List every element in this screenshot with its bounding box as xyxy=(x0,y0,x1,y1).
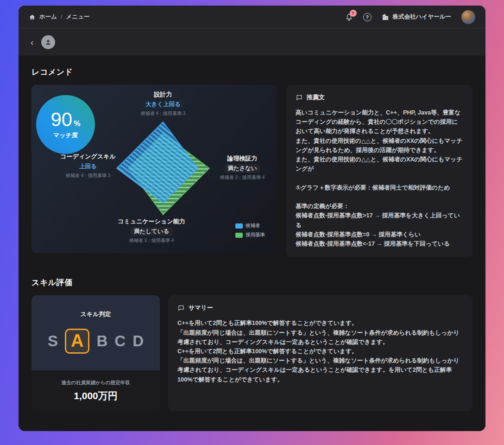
company-name: 株式会社ハイヤールー xyxy=(393,13,451,21)
grade-scale: SABCD xyxy=(48,329,144,354)
candidate-subheader: ‹ xyxy=(19,29,485,56)
candidate-avatar[interactable] xyxy=(41,35,55,49)
top-navbar: ホーム / メニュー 8 ? 株式会社ハイヤールー xyxy=(19,6,485,29)
breadcrumb-current: メニュー xyxy=(66,13,90,21)
desktop-background: ホーム / メニュー 8 ? 株式会社ハイヤールー xyxy=(0,0,504,445)
recommendation-title: 推薦文 xyxy=(307,93,325,102)
summary-title: サマリー xyxy=(189,304,213,312)
match-radar-card: 90 % マッチ度 xyxy=(32,85,277,253)
radar-chart xyxy=(107,116,219,223)
skill-judgement-card: スキル判定 SABCD 過去の社員実績からの想定年収 1,000万円 xyxy=(32,295,160,411)
radar-axis-communication: コミュニケーション能力 満たしている 候補者 3：採用基準 4 xyxy=(118,217,185,244)
breadcrumb: ホーム / メニュー xyxy=(29,13,89,21)
breadcrumb-home[interactable]: ホーム xyxy=(39,13,57,21)
notification-badge: 8 xyxy=(350,10,357,17)
person-icon xyxy=(44,38,52,46)
verdict-badge: 満たさない xyxy=(224,164,260,173)
company-switcher[interactable]: 株式会社ハイヤールー xyxy=(382,13,451,21)
user-avatar[interactable] xyxy=(461,10,475,24)
verdict-badge: 上回る xyxy=(76,162,100,171)
legend-candidate: 候補者 xyxy=(235,222,265,229)
grade-B: B xyxy=(96,332,107,350)
grade-D: D xyxy=(132,332,144,350)
match-score-circle: 90 % マッチ度 xyxy=(36,95,95,154)
summary-body: C++を用いて2問とも正解率100%で解答することができています。 「出題頻度が… xyxy=(177,318,463,384)
navbar-actions: 8 ? 株式会社ハイヤールー xyxy=(345,10,475,24)
grade-A: A xyxy=(65,329,89,354)
help-button[interactable]: ? xyxy=(363,13,372,21)
notifications-button[interactable]: 8 xyxy=(345,13,353,21)
radar-axis-design: 設計力 大きく上回る 候補者 4：採用基準 3 xyxy=(141,90,186,117)
estimated-salary: 1,000万円 xyxy=(74,389,118,402)
legend-candidate-swatch xyxy=(235,223,243,229)
match-score-value: 90 xyxy=(51,110,73,129)
recommendation-body: 高いコミュニケーション能力と、C++、PHP, Java等、豊富なコーディングの… xyxy=(296,108,463,248)
salary-caption: 過去の社員実績からの想定年収 xyxy=(62,380,130,386)
recommendation-panel: 推薦文 高いコミュニケーション能力と、C++、PHP, Java等、豊富なコーデ… xyxy=(286,85,472,257)
match-score-unit: % xyxy=(74,120,80,128)
recommend-section-title: レコメンド xyxy=(32,67,472,77)
app-window: ホーム / メニュー 8 ? 株式会社ハイヤールー xyxy=(19,6,485,431)
breadcrumb-separator: / xyxy=(61,14,62,20)
comment-icon xyxy=(177,305,185,312)
radar-axis-coding: コーディングスキル 上回る 候補者 4：採用基準 3 xyxy=(60,153,115,179)
verdict-badge: 大きく上回る xyxy=(142,100,184,109)
legend-standard: 採用基準 xyxy=(235,232,265,238)
verdict-badge: 満たしている xyxy=(131,227,172,236)
main-content: レコメンド 90 % マッチ度 xyxy=(19,56,485,431)
legend-standard-swatch xyxy=(235,233,243,238)
radar-legend: 候補者 採用基準 xyxy=(235,222,265,238)
grade-C: C xyxy=(114,332,126,350)
back-button[interactable]: ‹ xyxy=(30,38,35,47)
radar-axis-logic: 論理検証力 満たさない 候補者 3：採用基準 4 xyxy=(220,154,265,181)
match-score-label: マッチ度 xyxy=(53,131,78,140)
home-icon[interactable] xyxy=(29,14,36,20)
skill-judgement-title: スキル判定 xyxy=(81,310,111,318)
comment-icon xyxy=(296,94,303,101)
skill-section-title: スキル評価 xyxy=(32,277,472,288)
help-icon: ? xyxy=(363,13,372,21)
grade-S: S xyxy=(48,332,58,350)
summary-panel: サマリー C++を用いて2問とも正解率100%で解答することができています。 「… xyxy=(168,295,472,411)
building-icon xyxy=(382,13,389,21)
